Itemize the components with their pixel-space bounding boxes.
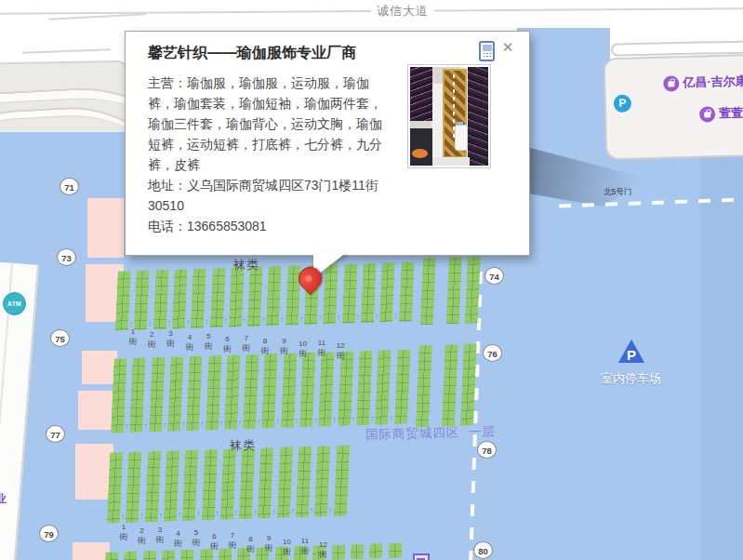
street-label: 8街 bbox=[258, 338, 272, 355]
gate-number-badge: 75 bbox=[50, 329, 70, 347]
stall-column[interactable] bbox=[460, 343, 477, 425]
street-label: 8街 bbox=[244, 536, 259, 553]
poi-xuanxuan[interactable]: 萱萱 bbox=[699, 104, 743, 122]
shop-photo-content bbox=[410, 67, 488, 166]
street-label: 10街 bbox=[296, 340, 311, 358]
street-label: 10街 bbox=[280, 539, 295, 556]
up-arrow-icon: ↑ bbox=[389, 311, 402, 320]
floor-label: 国际商贸城四区 一层 bbox=[365, 423, 496, 444]
up-arrow-icon: ↑ bbox=[116, 512, 129, 521]
up-arrow-icon: ↑ bbox=[272, 417, 285, 426]
gate-number-badge: 73 bbox=[57, 248, 76, 266]
street-label: 12街 bbox=[333, 342, 348, 360]
street-label: 5街 bbox=[189, 529, 204, 547]
close-icon[interactable]: ✕ bbox=[499, 39, 516, 56]
stall-column[interactable] bbox=[105, 552, 119, 560]
stall-column[interactable] bbox=[442, 344, 458, 426]
up-arrow-icon: ↑ bbox=[286, 506, 299, 515]
stall-column[interactable] bbox=[180, 550, 194, 560]
poi-label: 亿昌·吉尔康 bbox=[683, 73, 743, 91]
north-gate-label: 北5号门 bbox=[604, 187, 631, 198]
street-label: 7街 bbox=[225, 532, 240, 550]
up-arrow-icon: ↑ bbox=[219, 316, 232, 326]
street-label: 4街 bbox=[182, 334, 197, 352]
up-arrow-icon: ↑ bbox=[181, 317, 194, 327]
up-arrow-icon: ↑ bbox=[200, 316, 213, 326]
stall-column[interactable] bbox=[124, 552, 138, 560]
map-app: { "popup": { "title": "馨艺针织——瑜伽服饰专业厂商", … bbox=[0, 0, 743, 560]
poi-label: 萱萱 bbox=[719, 104, 743, 122]
stall-column[interactable] bbox=[465, 256, 481, 323]
up-arrow-icon: ↑ bbox=[192, 509, 205, 518]
shop-title: 馨艺针织——瑜伽服饰专业厂商 bbox=[148, 44, 455, 63]
shopping-bag-icon bbox=[663, 75, 679, 91]
up-arrow-icon: ↑ bbox=[290, 416, 303, 425]
stall-column[interactable] bbox=[446, 257, 462, 324]
street-label: 11街 bbox=[298, 538, 312, 555]
stall-column[interactable] bbox=[162, 550, 176, 560]
street-label: 1街 bbox=[116, 524, 131, 541]
up-arrow-icon: ↑ bbox=[332, 313, 345, 322]
top-road-label: 诚信大道 bbox=[371, 3, 434, 20]
stall-column[interactable] bbox=[142, 551, 156, 560]
stall-column[interactable] bbox=[351, 544, 365, 559]
main-products-line: 主营：瑜伽服，瑜伽服，运动服，瑜伽裤，瑜伽套装，瑜伽短袖，瑜伽两件套，瑜伽三件套… bbox=[148, 73, 393, 175]
poi-yichang[interactable]: 亿昌·吉尔康 bbox=[663, 73, 743, 91]
street-label: 3街 bbox=[164, 330, 179, 348]
up-arrow-icon: ↑ bbox=[233, 418, 246, 427]
edge-text-fragment: 业 bbox=[0, 491, 7, 507]
stall-column[interactable] bbox=[416, 345, 432, 427]
stall-column[interactable] bbox=[199, 549, 213, 560]
parking-icon[interactable]: P bbox=[614, 95, 631, 113]
up-arrow-icon: ↑ bbox=[120, 421, 133, 431]
parking-lot-label: 室内停车场 bbox=[601, 370, 661, 387]
up-arrow-icon: ↑ bbox=[267, 507, 280, 516]
up-arrow-icon: ↑ bbox=[143, 318, 156, 327]
stall-column[interactable] bbox=[369, 543, 383, 558]
zone-label-socks-bottom: 袜类 bbox=[230, 437, 256, 454]
mobile-phone-icon[interactable] bbox=[479, 41, 495, 61]
up-arrow-icon: ↑ bbox=[238, 315, 251, 325]
stall-bands: ↑↑↑↑↑↑↑↑↑↑↑↑↑↑↑↑↑↑↑↑↑↑↑↑↑↑↑↑↑↑↑↑↑↑↑↑↑↑↑↑… bbox=[94, 229, 591, 560]
zone-label-socks-top: 袜类 bbox=[233, 257, 259, 273]
street-label: 12街 bbox=[316, 541, 331, 559]
up-arrow-icon: ↑ bbox=[309, 415, 322, 424]
street-label: 4街 bbox=[171, 530, 186, 548]
info-popup: 馨艺针织——瑜伽服饰专业厂商 ✕ 主营：瑜伽服，瑜伽服，运动服，瑜伽裤，瑜伽套装… bbox=[125, 31, 530, 256]
gate-number-badge: 77 bbox=[46, 425, 65, 443]
street-label: 9街 bbox=[276, 338, 291, 355]
gate-number-badge: 71 bbox=[60, 178, 79, 195]
street-label: 9街 bbox=[261, 535, 276, 553]
shopping-bag-icon bbox=[699, 106, 715, 122]
gate-number-badge: 74 bbox=[484, 267, 504, 285]
street-label: 6街 bbox=[220, 336, 235, 353]
up-arrow-icon: ↑ bbox=[384, 413, 397, 422]
street-label: 3街 bbox=[153, 527, 167, 544]
stall-column[interactable] bbox=[331, 545, 345, 560]
gate-number-badge: 79 bbox=[39, 525, 59, 542]
up-arrow-icon: ↑ bbox=[295, 313, 308, 323]
up-arrow-icon: ↑ bbox=[154, 511, 167, 520]
atm-icon[interactable]: ATM bbox=[3, 292, 26, 315]
up-arrow-icon: ↑ bbox=[230, 508, 243, 517]
gate-number-badge: 76 bbox=[483, 344, 502, 362]
stall-column[interactable] bbox=[420, 258, 436, 325]
map-floor-east bbox=[700, 153, 743, 560]
up-arrow-icon: ↑ bbox=[163, 318, 176, 327]
shop-details: 主营：瑜伽服，瑜伽服，运动服，瑜伽裤，瑜伽套装，瑜伽短袖，瑜伽两件套，瑜伽三件套… bbox=[148, 73, 393, 236]
up-arrow-icon: ↑ bbox=[347, 414, 360, 423]
stall-column[interactable] bbox=[388, 543, 402, 558]
street-label: 5街 bbox=[201, 333, 216, 351]
gate-number-badge: 80 bbox=[473, 541, 493, 559]
shop-photo[interactable] bbox=[407, 64, 491, 168]
up-arrow-icon: ↑ bbox=[248, 507, 261, 516]
road-line bbox=[22, 48, 111, 53]
street-label: 2街 bbox=[144, 331, 159, 349]
up-arrow-icon: ↑ bbox=[210, 509, 223, 518]
up-arrow-icon: ↑ bbox=[158, 420, 171, 430]
up-arrow-icon: ↑ bbox=[252, 417, 265, 426]
gate-number-badge: 78 bbox=[477, 441, 497, 459]
building-top-right: P 亿昌·吉尔康 萱萱 bbox=[604, 54, 743, 161]
up-arrow-icon: ↑ bbox=[139, 420, 152, 430]
street-label: 1街 bbox=[126, 328, 140, 346]
